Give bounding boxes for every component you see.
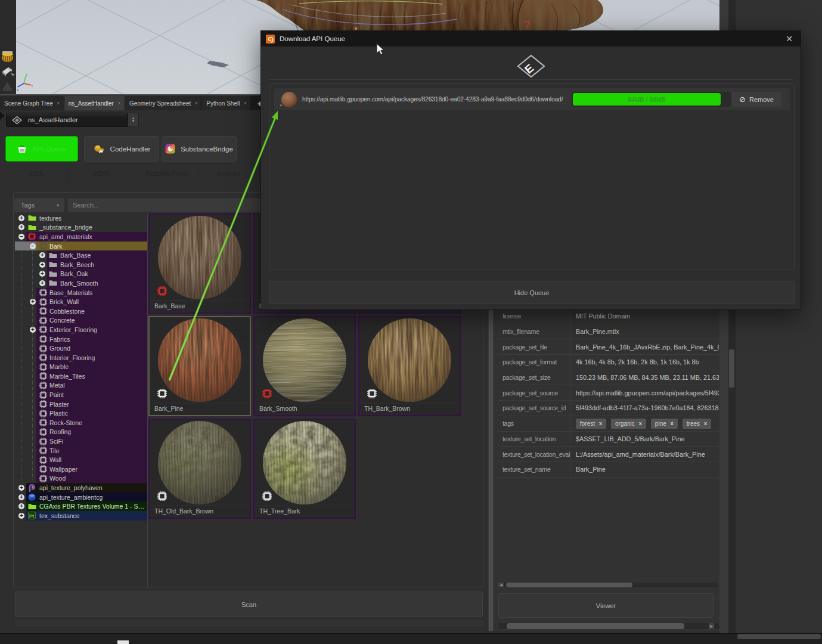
- tag-chip[interactable]: treesx: [683, 419, 711, 429]
- tree-item-metal[interactable]: Metal: [15, 381, 147, 391]
- tree-item-exterior-flooring[interactable]: +Exterior_Flooring: [15, 325, 147, 335]
- tree-item-tex-substance[interactable]: +tex_substance: [15, 511, 147, 521]
- tree-expand-icon[interactable]: +: [39, 280, 45, 286]
- tag-remove-icon[interactable]: x: [639, 420, 642, 426]
- tree-item-brick-wall[interactable]: +Brick_Wall: [15, 297, 147, 306]
- tree-expand-icon[interactable]: +: [39, 252, 45, 258]
- scrollbar-left-arrow-icon[interactable]: ◀: [498, 583, 504, 587]
- property-value[interactable]: forestxorganicxpinextreesx: [571, 419, 719, 429]
- tag-chip[interactable]: forestx: [576, 419, 606, 429]
- dialog-titlebar[interactable]: Download API Queue: [261, 31, 801, 47]
- download-queue-item[interactable]: https://api.matlib.gpuopen.com/api/packa…: [274, 88, 790, 110]
- property-value[interactable]: L:/Assets/api_amd_materialx/Bark/Bark_Pi…: [571, 451, 719, 458]
- property-value[interactable]: https://api.matlib.gpuopen.com/api/packa…: [571, 389, 719, 397]
- property-value[interactable]: 4k 16b, 4k 8b, 2k 16b, 2k 8b, 1k 16b, 1k…: [571, 358, 719, 366]
- tree-item-bark-beech[interactable]: +Bark_Beech: [15, 260, 147, 270]
- tab-geometry-spreadsheet[interactable]: Geometry Spreadsheet x: [125, 96, 202, 110]
- category-tab-redshift-proxy[interactable]: Redshift Proxy: [135, 165, 198, 182]
- substance-bridge-button[interactable]: SubstanceBridge: [162, 136, 237, 162]
- code-handler-button[interactable]: CodeHandler: [84, 136, 159, 162]
- scan-button[interactable]: Scan: [15, 592, 483, 617]
- material-tile-bark-pine[interactable]: Bark_Pine: [148, 316, 251, 416]
- node-selector[interactable]: ns_AssetHandler: [6, 113, 128, 127]
- tree-expand-icon[interactable]: +: [18, 485, 24, 491]
- close-icon[interactable]: ✕: [784, 33, 795, 44]
- category-tab-aixterior[interactable]: Aixterior: [198, 165, 260, 182]
- tree-item-wall[interactable]: Wall: [15, 455, 147, 465]
- remove-download-button[interactable]: ⊘ Remove: [731, 92, 781, 107]
- tree-expand-icon[interactable]: −: [18, 234, 24, 240]
- tree-item-bark[interactable]: −Bark: [15, 242, 147, 251]
- tree-item-roofing[interactable]: Roofing: [15, 428, 147, 437]
- property-value[interactable]: Bark_Pine_4k_16b_JAvxRbE.zip, Bark_Pine_…: [571, 343, 719, 351]
- material-tile-bark-smooth[interactable]: Bark_Smooth: [253, 316, 356, 416]
- tag-remove-icon[interactable]: x: [704, 420, 707, 426]
- property-value[interactable]: Bark_Pine.mtlx: [571, 328, 719, 335]
- tree-item-cobblestone[interactable]: Cobblestone: [15, 306, 147, 316]
- tree-item-scifi[interactable]: SciFi: [15, 436, 147, 446]
- tab-close-icon[interactable]: x: [195, 101, 197, 106]
- tree-item-rock-stone[interactable]: Rock-Stone: [15, 418, 147, 428]
- tab-close-icon[interactable]: x: [118, 101, 120, 106]
- tree-expand-icon[interactable]: −: [30, 243, 36, 249]
- tree-item-substance-bridge[interactable]: +_substance_bridge: [15, 223, 147, 233]
- category-tab-hdri[interactable]: HDRI: [69, 165, 135, 182]
- tree-item-interior-flooring[interactable]: Interior_Flooring: [15, 353, 147, 363]
- viewer-button[interactable]: Viewer: [498, 593, 714, 618]
- tree-item-tile[interactable]: Tile: [15, 446, 147, 456]
- tree-item-wood[interactable]: Wood: [15, 474, 147, 484]
- panel-hscrollbar[interactable]: ▶: [498, 623, 719, 629]
- tree-item-wallpaper[interactable]: Wallpaper: [15, 465, 147, 474]
- tab-python-shell[interactable]: Python Shell x: [202, 96, 251, 110]
- tree-expand-icon[interactable]: +: [18, 503, 24, 509]
- node-selector-spinner[interactable]: ▲▼: [128, 113, 139, 127]
- tree-expand-icon[interactable]: +: [18, 215, 24, 221]
- scrollbar-handle[interactable]: [507, 623, 684, 629]
- category-tab-hda[interactable]: HDA: [5, 165, 69, 182]
- scrollbar-handle[interactable]: [506, 583, 632, 587]
- tree-expand-icon[interactable]: +: [18, 494, 24, 500]
- tag-remove-icon[interactable]: x: [671, 420, 674, 426]
- spinner-down-icon[interactable]: ▼: [132, 120, 135, 123]
- properties-hscrollbar[interactable]: ◀: [498, 583, 718, 587]
- handles-tool-icon[interactable]: [2, 67, 16, 76]
- property-value[interactable]: 150.23 MB, 87.06 MB, 84.35 MB, 23.11 MB,…: [571, 374, 719, 381]
- property-value[interactable]: 5f493ddf-adb3-41f7-a73a-1960b7e0a184, 82…: [571, 404, 719, 411]
- tab-ns-assethandler[interactable]: ns_AssetHandler x: [64, 96, 125, 110]
- tree-item-marble[interactable]: Marble: [15, 363, 147, 372]
- tree-expand-icon[interactable]: +: [30, 299, 36, 305]
- property-value[interactable]: MIT Public Domain: [571, 312, 719, 320]
- pane-collapse-arrow-icon[interactable]: [0, 112, 5, 120]
- hide-queue-button[interactable]: Hide Queue: [269, 281, 795, 304]
- bottom-right-scrollbar[interactable]: [737, 634, 821, 639]
- property-value[interactable]: $ASSET_LIB_ADD_5/Bark/Bark_Pine: [571, 435, 719, 442]
- tree-item-bark-smooth[interactable]: +Bark_Smooth: [15, 278, 147, 288]
- property-value[interactable]: Bark_Pine: [571, 466, 719, 473]
- tree-expand-icon[interactable]: +: [30, 327, 36, 333]
- tree-item-cgaxis-pbr-textures[interactable]: +CGAxis PBR Textures Volume 1 - S…: [15, 501, 147, 511]
- material-tile-th-tree-bark[interactable]: TH_Tree_Bark: [253, 419, 356, 519]
- tree-expand-icon[interactable]: +: [18, 224, 24, 230]
- tags-filter-dropdown[interactable]: Tags ▾: [14, 198, 64, 212]
- sweep-tool-icon[interactable]: [2, 51, 13, 62]
- tag-chip[interactable]: organicx: [611, 419, 646, 429]
- tree-item-bark-oak[interactable]: +Bark_Oak: [15, 270, 147, 279]
- tree-item-bark-base[interactable]: +Bark_Base: [15, 250, 147, 260]
- tree-item-plaster[interactable]: Plaster: [15, 400, 147, 409]
- right-scrollbar-handle[interactable]: [729, 349, 734, 388]
- tree-item-textures[interactable]: +textures: [15, 213, 147, 223]
- tree-item-base-materials[interactable]: Base_Materials: [15, 288, 147, 298]
- tag-remove-icon[interactable]: x: [599, 420, 602, 426]
- tree-expand-icon[interactable]: +: [18, 513, 24, 519]
- material-tile-th-bark-brown[interactable]: TH_Bark_Brown: [358, 316, 461, 416]
- material-tile-bark-base[interactable]: Bark_Base: [148, 213, 251, 314]
- scrollbar-right-arrow-icon[interactable]: ▶: [709, 623, 714, 629]
- tree-item-fabrics[interactable]: Fabrics: [15, 335, 147, 344]
- tab-close-icon[interactable]: x: [57, 101, 60, 106]
- tree-item-marble-tiles[interactable]: Marble_Tiles: [15, 371, 147, 381]
- tree-item-concrete[interactable]: Concrete: [15, 316, 147, 326]
- material-tile-th-old-bark-brown[interactable]: TH_Old_Bark_Brown: [148, 419, 251, 519]
- api-queue-button[interactable]: API-Queue: [5, 136, 78, 162]
- tree-expand-icon[interactable]: +: [39, 271, 45, 277]
- tree-item-api-texture-ambientcg[interactable]: +api_texture_ambientcg: [15, 493, 147, 502]
